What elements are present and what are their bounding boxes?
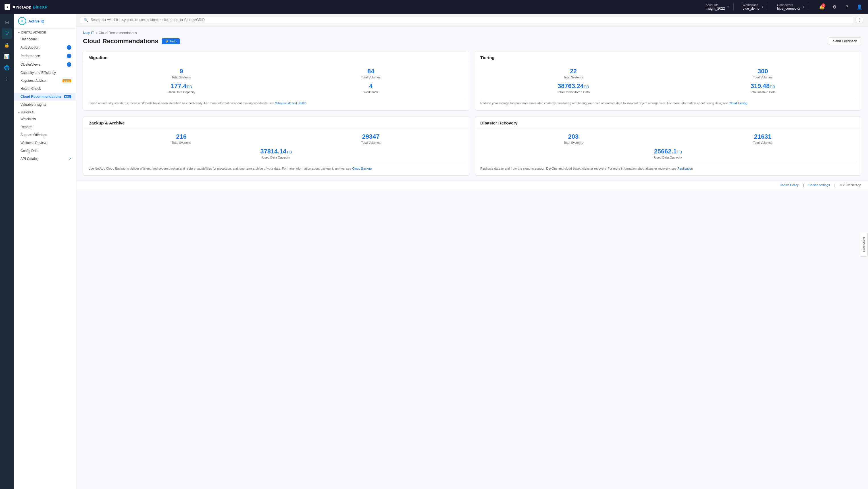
sidebar-item-reports[interactable]: Reports <box>13 123 76 131</box>
disaster-total-volumes-label: Total Volumes <box>670 141 856 144</box>
migration-total-volumes: 84 Total Volumes <box>278 68 464 79</box>
backup-card-header: Backup & Archive <box>83 117 469 128</box>
autosupport-badge: i <box>67 45 71 50</box>
disaster-used-capacity-label: Used Data Capacity <box>480 156 856 159</box>
sidebar-item-configdrift[interactable]: Config Drift <box>13 147 76 155</box>
backup-used-capacity: 37814.14TiB Used Data Capacity <box>88 148 464 159</box>
migration-stats: 9 Total Systems 84 Total Volumes 177.4Ti… <box>88 68 464 94</box>
breadcrumb-parent[interactable]: Ntap IT <box>83 31 94 35</box>
tiering-stats: 22 Total Systems 300 Total Volumes 38763… <box>480 68 856 94</box>
search-bar: 🔍 ⋮ <box>76 13 868 26</box>
disaster-link[interactable]: Replication <box>677 167 693 170</box>
resources-tab[interactable]: Resources <box>861 233 868 256</box>
sidebar-item-autosupport-label: AutoSupport <box>21 45 39 50</box>
migration-link[interactable]: What is Lift and Shift? <box>275 101 306 105</box>
user-avatar-button[interactable]: 👤 <box>856 3 864 11</box>
backup-stats: 216 Total Systems 29347 Total Volumes 37… <box>88 133 464 159</box>
sidebar-item-keystone[interactable]: Keystone Advisor BETA <box>13 77 76 85</box>
sidebar-item-dashboard[interactable]: Dashboard <box>13 35 76 43</box>
page-header: Cloud Recommendations ⚡ Help Send Feedba… <box>83 37 861 45</box>
sidebar-item-wellness-label: Wellness Review <box>21 141 46 145</box>
iconbar-activeiq-button[interactable]: 🛡 <box>2 28 12 39</box>
disaster-description: Replicate data to and from the cloud to … <box>480 163 856 171</box>
tiering-inactive: 319.48TiB Total Inactive Data <box>670 83 856 94</box>
migration-card-body: 9 Total Systems 84 Total Volumes 177.4Ti… <box>83 63 469 110</box>
workspace-value: blue_demo <box>743 6 760 10</box>
disaster-total-volumes: 21631 Total Volumes <box>670 133 856 144</box>
main-inner: Ntap IT › Cloud Recommendations Cloud Re… <box>76 26 868 180</box>
page-title: Cloud Recommendations <box>83 37 158 45</box>
sidebar-item-healthcheck-label: Health Check <box>21 87 41 91</box>
tiering-link[interactable]: Cloud Tiering <box>729 101 747 105</box>
disaster-total-systems: 203 Total Systems <box>480 133 666 144</box>
digital-advisor-chevron-icon: ▾ <box>18 31 20 34</box>
sidebar-item-capacity[interactable]: Capacity and Efficiency <box>13 69 76 77</box>
help-button[interactable]: ⚡ Help <box>162 38 180 44</box>
sidebar-item-configdrift-label: Config Drift <box>21 149 37 153</box>
backup-used-capacity-value: 37814.14TiB <box>88 148 464 155</box>
backup-link[interactable]: Cloud Backup <box>352 167 372 170</box>
send-feedback-button[interactable]: Send Feedback <box>829 37 861 45</box>
sidebar-item-support[interactable]: Support Offerings <box>13 131 76 139</box>
sidebar-item-cloudrecommendations[interactable]: Cloud Recommendations New <box>13 93 76 100</box>
sidebar-item-clusterviewer[interactable]: ClusterViewer i <box>13 60 76 69</box>
sidebar-item-cloudrecommendations-label: Cloud Recommendations <box>21 95 62 99</box>
search-input[interactable] <box>91 18 850 22</box>
sidebar-item-valuableinsights-label: Valuable Insights <box>21 102 46 106</box>
iconbar-share-button[interactable]: ⋮ <box>2 74 12 84</box>
sidebar-item-performance-label: Performance <box>21 54 40 58</box>
sidebar: ✳ Active IQ ▾ DIGITAL ADVISOR Dashboard … <box>13 13 76 489</box>
settings-gear-button[interactable]: ⚙ <box>831 3 838 11</box>
cookie-settings-link[interactable]: Cookie settings <box>809 183 830 187</box>
tiering-total-systems-value: 22 <box>480 68 666 75</box>
sidebar-item-performance[interactable]: Performance i <box>13 52 76 60</box>
accounts-chevron-icon: ▾ <box>727 5 729 8</box>
tiering-card-body: 22 Total Systems 300 Total Volumes 38763… <box>475 63 861 110</box>
topnav-icons: 🔔 1 ⚙ ? 👤 <box>818 3 864 11</box>
accounts-section[interactable]: Accounts insight_2022 ▾ <box>701 3 733 10</box>
backup-total-systems-label: Total Systems <box>88 141 275 144</box>
sidebar-item-wellness[interactable]: Wellness Review <box>13 139 76 147</box>
search-input-wrap: 🔍 <box>81 16 853 24</box>
notification-badge: 1 <box>822 3 826 7</box>
iconbar-home-button[interactable]: ⊞ <box>2 17 12 27</box>
tiering-unmonitored-value: 38763.24TiB <box>480 83 666 90</box>
breadcrumb: Ntap IT › Cloud Recommendations <box>83 31 861 35</box>
migration-workloads-label: Workloads <box>278 90 464 94</box>
footer-separator: | <box>803 183 804 187</box>
iconbar-globe-button[interactable]: 🌐 <box>2 62 12 73</box>
clusterviewer-badge: i <box>67 62 71 67</box>
migration-workloads: 4 Workloads <box>278 83 464 94</box>
cookie-policy-link[interactable]: Cookie Policy <box>780 183 799 187</box>
iconbar-chart-button[interactable]: 📊 <box>2 51 12 61</box>
page-title-wrap: Cloud Recommendations ⚡ Help <box>83 37 180 45</box>
sidebar-item-apicatalog[interactable]: API Catalog ↗ <box>13 155 76 163</box>
backup-card-body: 216 Total Systems 29347 Total Volumes 37… <box>83 128 469 176</box>
sidebar-item-clusterviewer-label: ClusterViewer <box>21 62 41 66</box>
sidebar-item-healthcheck[interactable]: Health Check <box>13 85 76 93</box>
tiering-unmonitored-label: Total Unmonitored Data <box>480 90 666 94</box>
search-options-button[interactable]: ⋮ <box>856 16 864 24</box>
netapp-icon: ■ <box>4 4 10 10</box>
connectors-label: Connectors <box>777 3 800 6</box>
sidebar-item-valuableinsights[interactable]: Valuable Insights <box>13 100 76 109</box>
notification-bell-button[interactable]: 🔔 1 <box>818 3 826 11</box>
tiering-description: Reduce your storage footprint and associ… <box>480 98 856 106</box>
sidebar-item-capacity-label: Capacity and Efficiency <box>21 71 56 75</box>
connectors-section[interactable]: Connectors blue_connector ▾ <box>773 3 809 10</box>
migration-used-capacity-value: 177.4TiB <box>88 83 275 90</box>
iconbar-shield-button[interactable]: 🔒 <box>2 40 12 50</box>
tiering-total-systems: 22 Total Systems <box>480 68 666 79</box>
workspace-section[interactable]: Workspace blue_demo ▾ <box>738 3 768 10</box>
migration-workloads-value: 4 <box>278 83 464 90</box>
sidebar-item-autosupport[interactable]: AutoSupport i <box>13 43 76 52</box>
digital-advisor-section-header[interactable]: ▾ DIGITAL ADVISOR <box>13 29 76 35</box>
digital-advisor-label: DIGITAL ADVISOR <box>21 31 46 34</box>
help-question-button[interactable]: ? <box>843 3 851 11</box>
logo: ■ ■ NetApp BlueXP <box>4 4 48 10</box>
general-section-header[interactable]: ▾ GENERAL <box>13 109 76 115</box>
backup-description: Use NetApp Cloud Backup to deliver effic… <box>88 163 464 171</box>
migration-total-volumes-label: Total Volumes <box>278 75 464 79</box>
sidebar-item-dashboard-label: Dashboard <box>21 37 37 41</box>
sidebar-item-watchlists[interactable]: Watchlists <box>13 115 76 123</box>
